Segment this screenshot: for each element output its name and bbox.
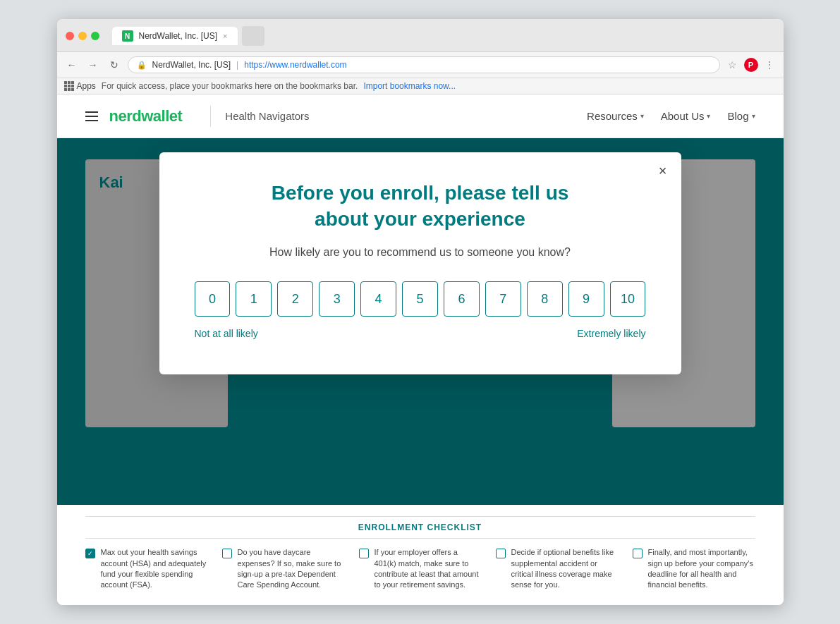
nav-divider (210, 106, 211, 127)
modal-title-line1: Before you enroll, please tell us (272, 182, 569, 204)
bookmarks-bar: Apps For quick access, place your bookma… (57, 78, 784, 94)
website: nerdwallet Health Navigators Resources ▾… (57, 94, 784, 605)
reload-button[interactable]: ↻ (106, 57, 122, 73)
forward-button[interactable]: → (85, 57, 101, 73)
header-nav: Resources ▾ About Us ▾ Blog ▾ (587, 110, 755, 122)
resources-nav-item[interactable]: Resources ▾ (587, 110, 644, 122)
tab-title: NerdWallet, Inc. [US] (139, 31, 218, 41)
checklist-checkbox-1[interactable] (222, 549, 232, 558)
checklist-checkbox-2[interactable] (359, 549, 369, 558)
checklist-item-0: ✓Max out your health savings account (HS… (85, 547, 208, 591)
enrollment-section: ENROLLMENT CHECKLIST ✓Max out your healt… (57, 505, 784, 605)
resources-chevron-icon: ▾ (640, 112, 644, 120)
nps-button-2[interactable]: 2 (277, 281, 313, 317)
site-header: nerdwallet Health Navigators Resources ▾… (57, 94, 784, 138)
traffic-lights (66, 32, 99, 40)
resources-label: Resources (587, 110, 638, 122)
import-bookmarks-link[interactable]: Import bookmarks now... (363, 81, 456, 91)
nps-scale: 012345678910 (195, 281, 646, 317)
close-button[interactable] (66, 32, 74, 40)
checklist-text-4: Finally, and most importantly, sign up b… (648, 547, 755, 591)
about-us-chevron-icon: ▾ (707, 112, 710, 120)
nps-button-3[interactable]: 3 (319, 281, 355, 317)
modal-title-line2: about your experience (315, 208, 525, 230)
survey-modal: × Before you enroll, please tell us abou… (159, 152, 681, 374)
checklist-text-1: Do you have daycare expenses? If so, mak… (238, 547, 345, 591)
nerdwallet-logo[interactable]: nerdwallet (109, 107, 183, 126)
page-background: Kai × Before you enroll, please tell us … (57, 138, 784, 505)
nps-button-8[interactable]: 8 (527, 281, 563, 317)
nps-button-9[interactable]: 9 (568, 281, 604, 317)
checklist-item-2: If your employer offers a 401(k) match, … (359, 547, 482, 591)
address-bar[interactable]: 🔒 NerdWallet, Inc. [US] | https://www.ne… (128, 56, 720, 73)
apps-grid-icon (64, 81, 74, 91)
browser-window: N NerdWallet, Inc. [US] × ← → ↻ 🔒 NerdWa… (57, 19, 784, 605)
site-name: NerdWallet, Inc. [US] (152, 60, 231, 70)
checklist-checkbox-3[interactable] (496, 549, 506, 558)
checklist-checkbox-4[interactable] (633, 549, 643, 558)
hamburger-menu[interactable] (85, 111, 98, 121)
modal-subtitle: How likely are you to recommend us to so… (195, 246, 646, 259)
blog-nav-item[interactable]: Blog ▾ (727, 110, 755, 122)
url-separator: | (236, 60, 238, 70)
checklist-item-3: Decide if optional benefits like supplem… (496, 547, 619, 591)
tab-favicon: N (122, 30, 133, 42)
nps-labels: Not at all likely Extremely likely (195, 328, 646, 339)
nps-button-7[interactable]: 7 (485, 281, 521, 317)
nps-label-not-likely: Not at all likely (195, 328, 258, 339)
apps-label: Apps (77, 81, 96, 91)
browser-toolbar: ← → ↻ 🔒 NerdWallet, Inc. [US] | https://… (57, 52, 784, 78)
modal-overlay: × Before you enroll, please tell us abou… (57, 138, 784, 505)
checklist-text-2: If your employer offers a 401(k) match, … (375, 547, 482, 591)
pinterest-icon[interactable]: P (744, 58, 758, 72)
back-button[interactable]: ← (64, 57, 80, 73)
modal-close-button[interactable]: × (659, 164, 667, 178)
apps-link[interactable]: Apps (64, 81, 96, 91)
active-tab[interactable]: N NerdWallet, Inc. [US] × (112, 27, 238, 45)
nps-button-10[interactable]: 10 (610, 281, 646, 317)
checklist-checkbox-0[interactable]: ✓ (85, 549, 95, 558)
nps-button-0[interactable]: 0 (195, 281, 231, 317)
health-navigators-link[interactable]: Health Navigators (225, 110, 587, 122)
nps-label-extremely-likely: Extremely likely (577, 328, 645, 339)
minimize-button[interactable] (78, 32, 87, 40)
modal-title: Before you enroll, please tell us about … (195, 181, 646, 232)
maximize-button[interactable] (91, 32, 99, 40)
blog-chevron-icon: ▾ (752, 112, 755, 120)
nps-button-5[interactable]: 5 (402, 281, 438, 317)
bookmarks-placeholder-text: For quick access, place your bookmarks h… (102, 81, 358, 91)
blog-label: Blog (727, 110, 748, 122)
secure-icon: 🔒 (137, 61, 147, 70)
checklist-items: ✓Max out your health savings account (HS… (85, 547, 755, 591)
about-us-nav-item[interactable]: About Us ▾ (661, 110, 711, 122)
url-text: https://www.nerdwallet.com (244, 60, 346, 70)
new-tab-button[interactable] (242, 26, 264, 46)
nps-button-1[interactable]: 1 (236, 281, 272, 317)
tab-close-icon[interactable]: × (223, 32, 227, 40)
about-us-label: About Us (661, 110, 705, 122)
menu-icon[interactable]: ⋮ (762, 58, 777, 72)
checklist-item-1: Do you have daycare expenses? If so, mak… (222, 547, 345, 591)
nps-button-6[interactable]: 6 (444, 281, 480, 317)
title-bar: N NerdWallet, Inc. [US] × (57, 19, 784, 52)
bookmark-star-icon[interactable]: ☆ (726, 58, 740, 72)
tab-area: N NerdWallet, Inc. [US] × (112, 26, 775, 46)
checklist-item-4: Finally, and most importantly, sign up b… (633, 547, 755, 591)
enrollment-title: ENROLLMENT CHECKLIST (85, 516, 755, 539)
toolbar-icons: ☆ P ⋮ (726, 58, 777, 72)
nps-button-4[interactable]: 4 (360, 281, 396, 317)
checklist-text-3: Decide if optional benefits like supplem… (511, 547, 619, 591)
checklist-text-0: Max out your health savings account (HSA… (101, 547, 208, 591)
